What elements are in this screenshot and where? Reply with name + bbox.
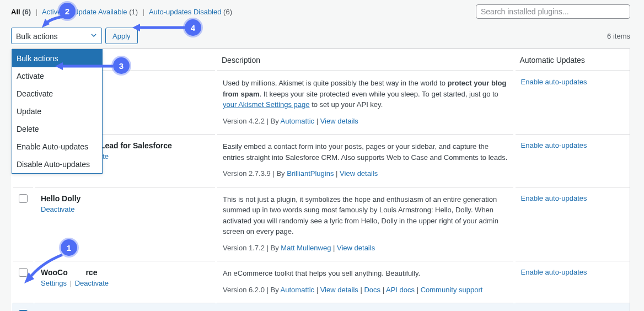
table-row: Hello Dolly Deactivate This is not just … (12, 187, 630, 261)
annotation-badge-4: 4 (185, 19, 201, 36)
enable-auto-updates-link[interactable]: Enable auto-updates (521, 268, 587, 276)
plugin-deactivate-link[interactable]: Deactivate (41, 205, 74, 213)
plugins-table: Plugin Description Automatic Updates Use… (11, 49, 630, 311)
filter-all[interactable]: All (6) (11, 8, 31, 16)
plugin-deactivate-link[interactable]: Deactivate (75, 279, 109, 287)
search-input[interactable] (476, 4, 630, 19)
annotation-badge-2: 2 (59, 3, 76, 19)
plugin-version: Version 6.2.0 (223, 286, 265, 294)
akismet-settings-link[interactable]: your Akismet Settings page (223, 100, 310, 109)
plugin-desc-text: This is not just a plugin, it symbolizes… (223, 195, 498, 236)
view-details-link[interactable]: View details (337, 244, 375, 252)
view-details-link[interactable]: View details (320, 286, 358, 294)
enable-auto-updates-link[interactable]: Enable auto-updates (521, 141, 587, 149)
filter-sep: | (36, 8, 37, 16)
chevron-down-icon (90, 29, 97, 43)
by-label: By (271, 117, 281, 125)
row-checkbox[interactable] (19, 268, 28, 277)
search-box (476, 4, 630, 19)
bulk-option[interactable]: Bulk actions (12, 50, 102, 67)
bulk-option[interactable]: Delete (12, 120, 102, 138)
plugin-author-link[interactable]: Automattic (281, 117, 314, 125)
annotation-badge-3: 3 (113, 57, 130, 74)
table-row: Used by millions, Akismet is quite possi… (12, 71, 630, 135)
plugin-version: Version 1.7.2 (223, 244, 265, 252)
plugin-docs-link[interactable]: Docs (364, 286, 380, 294)
bulk-actions-select[interactable]: Bulk actions Bulk actions Activate Deact… (11, 28, 102, 44)
bulk-option[interactable]: Disable Auto-updates (12, 156, 102, 173)
bulk-actions-dropdown: Bulk actions Activate Deactivate Update … (12, 49, 103, 174)
bulk-option[interactable]: Update (12, 103, 102, 120)
view-details-link[interactable]: View details (320, 117, 358, 125)
bulk-actions-current: Bulk actions (16, 32, 57, 41)
view-details-link[interactable]: View details (340, 169, 378, 178)
filter-auto-disabled[interactable]: Auto-updates Disabled (6) (149, 8, 232, 16)
plugin-desc-text: Easily embed a contact form into your po… (223, 142, 507, 162)
filter-all-label: All (11, 8, 20, 16)
col-auto-updates[interactable]: Automatic Updates (514, 49, 630, 71)
row-checkbox[interactable] (19, 194, 28, 203)
bulk-option[interactable]: Activate (12, 67, 102, 85)
filter-all-count: (6) (22, 8, 31, 16)
plugin-version: Version 2.7.3.9 (223, 169, 271, 178)
plugin-author-link[interactable]: BrilliantPlugins (287, 169, 334, 178)
plugin-settings-link[interactable]: Settings (41, 279, 67, 287)
plugin-author-link[interactable]: Matt Mullenweg (281, 244, 331, 252)
plugin-name: WooCommerce (41, 268, 210, 277)
plugin-author-link[interactable]: Automattic (281, 286, 314, 294)
items-count: 6 items (607, 32, 630, 40)
plugin-desc-text: . It keeps your site protected even whil… (259, 90, 498, 98)
table-row: Brilliant Web-to-Lead for Salesforce Set… (12, 135, 630, 187)
enable-auto-updates-link[interactable]: Enable auto-updates (521, 194, 587, 202)
filter-auto-disabled-label: Auto-updates Disabled (149, 8, 222, 16)
table-row: WooCommerce Google Analytics Integration… (12, 303, 630, 312)
plugin-api-docs-link[interactable]: API docs (386, 286, 415, 294)
plugin-version: Version 4.2.2 (223, 117, 265, 125)
bulk-option[interactable]: Enable Auto-updates (12, 138, 102, 156)
apply-button[interactable]: Apply (105, 28, 138, 44)
enable-auto-updates-link[interactable]: Enable auto-updates (521, 78, 587, 86)
col-description[interactable]: Description (216, 49, 514, 71)
plugin-desc-text: to set up your API key. (310, 100, 383, 109)
filter-sep: | (143, 8, 144, 16)
bulk-option[interactable]: Deactivate (12, 85, 102, 103)
filter-auto-disabled-count: (6) (223, 8, 232, 16)
plugin-name: Hello Dolly (41, 194, 210, 203)
by-label: By (271, 244, 281, 252)
plugin-community-support-link[interactable]: Community support (421, 286, 483, 294)
plugin-desc-text: An eCommerce toolkit that helps you sell… (223, 269, 420, 277)
plugin-status-filters: All (6) | Active Update Available (1) | … (11, 8, 232, 16)
annotation-badge-1: 1 (61, 239, 77, 256)
plugin-desc-text: Used by millions, Akismet is quite possi… (223, 79, 448, 87)
table-row: WooCommerce Settings | Deactivate An eCo… (12, 261, 630, 303)
by-label: By (276, 169, 287, 178)
by-label: By (271, 286, 281, 294)
